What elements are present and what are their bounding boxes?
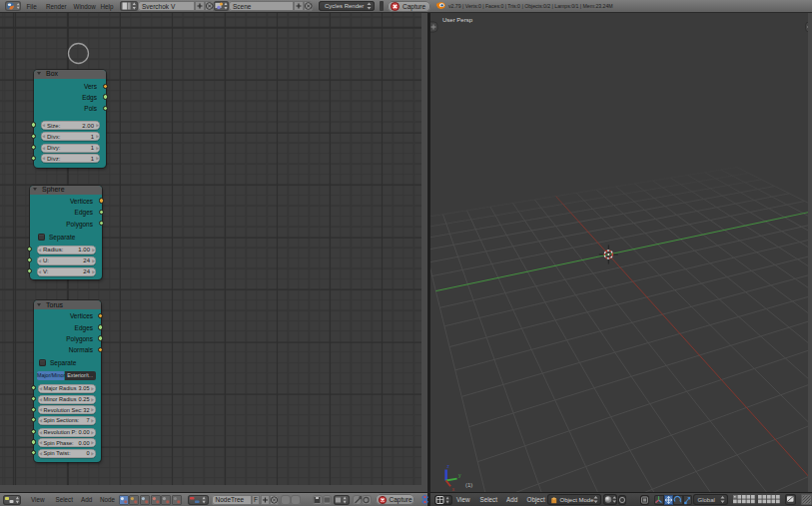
svg-text:x: x [451,485,454,491]
svg-text:z: z [446,462,449,468]
svg-text:y: y [458,472,461,478]
